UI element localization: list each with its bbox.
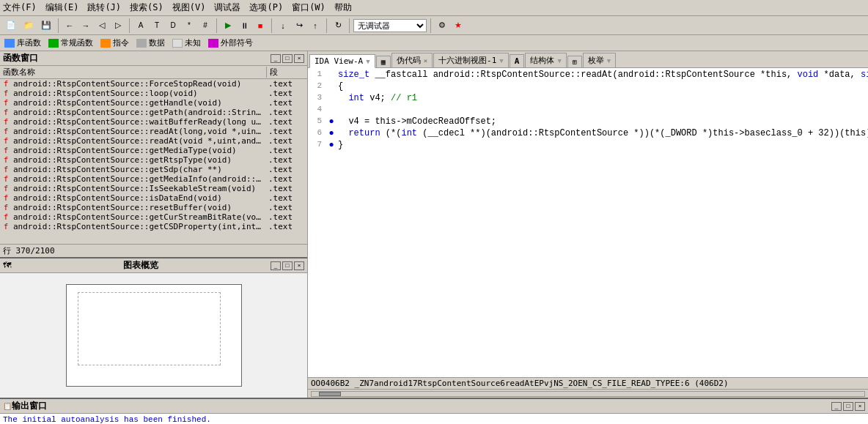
tab-ida-view-a-label: IDA View-A — [315, 56, 363, 66]
func-list-item[interactable]: fandroid::RtspContentSource::getSdp(char… — [0, 165, 307, 174]
func-list-item[interactable]: fandroid::RtspContentSource::getHandle(v… — [0, 98, 307, 108]
toolbar-sep-7 — [430, 18, 431, 33]
menu-file[interactable]: 文件(F) — [3, 1, 37, 14]
tab-struct[interactable]: 结构体 ▼ — [525, 53, 566, 67]
toolbar-save-btn[interactable]: 💾 — [38, 19, 54, 31]
legend-lib-func-label: 库函数 — [17, 37, 41, 48]
legend-extern-label: 外部符号 — [221, 37, 253, 48]
toolbar-new-btn[interactable]: 📄 — [3, 19, 19, 31]
tab-ida-view-a[interactable]: IDA View-A ▼ — [309, 54, 375, 68]
code-line: 4 — [308, 105, 868, 116]
tab-enum-icon[interactable]: ⊞ — [567, 56, 582, 67]
func-list[interactable]: fandroid::RtspContentSource::ForceStopRe… — [0, 79, 307, 244]
func-window-minimize-btn[interactable]: _ — [271, 54, 281, 63]
legend-lib-func: 库函数 — [4, 37, 41, 48]
menu-help[interactable]: 帮助 — [334, 1, 352, 14]
function-window: 函数窗口 _ □ × 函数名称 段 fandroid::RtspContentS… — [0, 51, 307, 259]
graph-minimize-btn[interactable]: _ — [271, 261, 281, 270]
func-list-item[interactable]: fandroid::RtspContentSource::waitBufferR… — [0, 117, 307, 127]
line-code-text: { — [336, 81, 868, 92]
func-item-seg: .text — [267, 117, 307, 127]
func-item-name: android::RtspContentSource::ForceStopRea… — [12, 79, 267, 89]
func-item-icon: f — [0, 127, 12, 136]
output-close-btn[interactable]: × — [855, 402, 865, 411]
func-list-item[interactable]: fandroid::RtspContentSource::IsSeekableS… — [0, 184, 307, 193]
toolbar-btn-d[interactable]: * — [182, 20, 196, 31]
func-list-item[interactable]: fandroid::RtspContentSource::getMediaInf… — [0, 174, 307, 184]
toolbar-run-btn[interactable]: ▶ — [221, 19, 235, 31]
func-window-restore-btn[interactable]: □ — [282, 54, 293, 63]
graph-canvas — [66, 284, 242, 387]
toolbar-sep-6 — [349, 18, 350, 33]
func-window-close-btn[interactable]: × — [294, 54, 304, 63]
tab-a[interactable]: A — [510, 54, 525, 67]
line-code-text: return (*(int (__cdecl **)(android::Rtsp… — [336, 128, 868, 138]
func-list-item[interactable]: fandroid::RtspContentSource::readAt(void… — [0, 136, 307, 146]
menu-edit[interactable]: 编辑(E) — [45, 1, 79, 14]
toolbar-btn-e[interactable]: # — [198, 20, 213, 31]
func-list-item[interactable]: fandroid::RtspContentSource::getRtspType… — [0, 155, 307, 165]
output-restore-btn[interactable]: □ — [843, 402, 853, 411]
scrollbar-thumb[interactable] — [319, 392, 341, 396]
menu-view[interactable]: 视图(V) — [172, 1, 206, 14]
tab-pseudo[interactable]: 伪代码 × — [391, 53, 433, 67]
menu-window[interactable]: 窗口(W) — [292, 1, 326, 14]
func-item-icon: f — [0, 136, 12, 146]
toolbar-stop-btn[interactable]: ■ — [253, 20, 268, 31]
graph-restore-btn[interactable]: □ — [282, 261, 293, 270]
func-item-seg: .text — [267, 174, 307, 184]
debugger-select[interactable]: 无调试器 — [353, 19, 427, 32]
toolbar: 📄 📁 💾 ← → ◁ ▷ A T D * # ▶ ⏸ ■ ↓ ↪ ↑ ↻ 无调… — [0, 16, 868, 35]
func-list-item[interactable]: fandroid::RtspContentSource::ForceStopRe… — [0, 79, 307, 89]
tab-struct-label: 结构体 — [530, 55, 554, 66]
output-controls: _ □ × — [831, 402, 865, 411]
toolbar-open-btn[interactable]: 📁 — [21, 19, 37, 31]
menu-jump[interactable]: 跳转(J) — [87, 1, 121, 14]
output-window-title: 输出窗口 — [12, 400, 47, 412]
func-item-icon: f — [0, 184, 12, 193]
func-window-titlebar: 函数窗口 _ □ × — [0, 51, 307, 66]
toolbar-step-over-btn[interactable]: ↪ — [292, 19, 306, 31]
tab-hex-view[interactable]: 十六进制视图-1 ▼ — [433, 53, 509, 67]
toolbar-plugins-btn[interactable]: ⚙ — [435, 19, 449, 31]
toolbar-step-out-btn[interactable]: ↑ — [308, 20, 323, 31]
func-item-seg: .text — [267, 89, 307, 98]
func-item-icon: f — [0, 155, 12, 165]
func-list-item[interactable]: fandroid::RtspContentSource::resetBuffer… — [0, 203, 307, 212]
code-scrollbar[interactable] — [308, 389, 868, 398]
toolbar-btn-c[interactable]: D — [166, 20, 180, 31]
toolbar-nav-fwd-btn[interactable]: ▷ — [111, 19, 125, 31]
legend-instruction-color — [100, 39, 111, 48]
code-content[interactable]: 1size_t __fastcall android::RtspContentS… — [308, 68, 868, 377]
toolbar-undo-btn[interactable]: ← — [62, 20, 77, 31]
output-content[interactable]: The initial autoanalysis has been finish… — [0, 414, 868, 424]
menu-search[interactable]: 搜索(S) — [130, 1, 163, 14]
toolbar-extra-btn[interactable]: ★ — [451, 19, 466, 31]
toolbar-refresh-btn[interactable]: ↻ — [331, 19, 345, 31]
menu-options[interactable]: 选项(P) — [249, 1, 283, 14]
output-minimize-btn[interactable]: _ — [831, 402, 842, 411]
toolbar-redo-btn[interactable]: → — [78, 20, 93, 31]
func-list-item[interactable]: fandroid::RtspContentSource::readAt(long… — [0, 127, 307, 136]
toolbar-btn-a[interactable]: A — [133, 20, 148, 31]
tab-hex-1[interactable]: ▦ — [376, 56, 391, 67]
func-list-item[interactable]: fandroid::RtspContentSource::getMediaTyp… — [0, 146, 307, 155]
tab-hex-view-label: 十六进制视图-1 — [438, 55, 496, 66]
func-list-item[interactable]: fandroid::RtspContentSource::isDataEnd(v… — [0, 193, 307, 203]
func-list-item[interactable]: fandroid::RtspContentSource::getCSDPrope… — [0, 222, 307, 231]
toolbar-btn-b[interactable]: T — [150, 20, 164, 31]
menu-debugger[interactable]: 调试器 — [214, 1, 240, 14]
func-list-item[interactable]: fandroid::RtspContentSource::getCurStrea… — [0, 212, 307, 222]
toolbar-step-into-btn[interactable]: ↓ — [276, 20, 290, 31]
toolbar-sep-3 — [216, 18, 217, 33]
toolbar-nav-back-btn[interactable]: ◁ — [95, 19, 109, 31]
toolbar-pause-btn[interactable]: ⏸ — [237, 20, 251, 31]
tab-enum[interactable]: 枚举 ▼ — [583, 53, 616, 67]
func-item-name: android::RtspContentSource::getCurStream… — [12, 212, 267, 222]
right-panel: IDA View-A ▼ ▦ 伪代码 × 十六进制视图-1 ▼ A 结构体 ▼ — [308, 51, 868, 398]
graph-close-btn[interactable]: × — [294, 261, 304, 270]
tab-bar: IDA View-A ▼ ▦ 伪代码 × 十六进制视图-1 ▼ A 结构体 ▼ — [308, 51, 868, 68]
tab-pseudo-close[interactable]: × — [424, 57, 427, 64]
func-list-item[interactable]: fandroid::RtspContentSource::loop(void).… — [0, 89, 307, 98]
func-list-item[interactable]: fandroid::RtspContentSource::getPath(and… — [0, 108, 307, 117]
